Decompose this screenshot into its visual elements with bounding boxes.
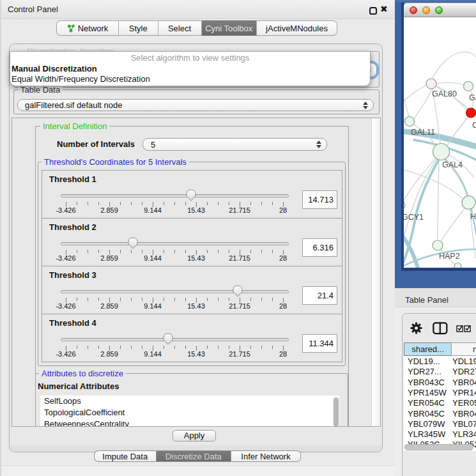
apply-button[interactable]: Apply (173, 430, 216, 441)
threshold-value-field[interactable]: 11.344 (302, 334, 337, 353)
slider-scale-label: -3.426 (50, 254, 82, 262)
slider-scale-label: 28 (267, 302, 299, 310)
window-bottom-area (1, 466, 396, 476)
bottom-tab-discretize-data[interactable]: Discretize Data (157, 450, 232, 462)
attributes-list-scrollbar[interactable] (334, 397, 339, 427)
slider-tick (272, 298, 273, 301)
slider-thumb[interactable] (186, 189, 196, 201)
column-header-shared-name[interactable]: shared... (404, 342, 452, 356)
table-hscrollbar-thumb[interactable] (404, 444, 473, 450)
network-edge[interactable] (404, 84, 427, 112)
network-node-gcy1[interactable] (404, 201, 405, 210)
algorithm-dropdown-popup: Select algorithm to view settingsManual … (10, 51, 371, 86)
slider-tick (77, 250, 77, 253)
close-icon[interactable]: ✖ (380, 4, 388, 14)
network-node-ga[interactable] (464, 82, 473, 91)
checkbox-checked-icon[interactable] (456, 325, 464, 332)
dropdown-item[interactable]: Manual Discretization (10, 64, 370, 75)
slider-tick (77, 202, 77, 205)
tab-style[interactable]: Style (119, 20, 158, 36)
slider-tick (250, 346, 251, 349)
number-of-intervals-combobox[interactable]: 5 (142, 138, 327, 151)
interval-definition-group-title: Interval Definition (40, 121, 109, 131)
network-node-hap2[interactable] (433, 240, 443, 250)
attribute-list-item[interactable]: TopologicalCoefficient (40, 407, 339, 418)
thresholds-group-title: Threshold's Coordinates for 5 Intervals (42, 157, 189, 167)
network-node-gal11[interactable] (405, 117, 415, 127)
table-data-combobox-value: galFiltered.sif default node (18, 100, 122, 110)
close-traffic-light[interactable] (410, 6, 417, 14)
network-edge[interactable] (436, 82, 464, 85)
network-edge[interactable] (414, 89, 432, 119)
minimize-traffic-light[interactable] (422, 6, 430, 14)
network-edge[interactable] (441, 208, 465, 241)
cell-name: YBR043C (452, 377, 476, 388)
network-node-c[interactable] (466, 108, 476, 118)
tab-network[interactable]: Network (56, 20, 119, 36)
tab-jactivemnodules[interactable]: jActiveMNodules (257, 20, 337, 36)
attribute-list-item[interactable]: SelfLoops (40, 395, 339, 407)
slider-tick (174, 250, 175, 253)
slider-track[interactable] (61, 194, 289, 197)
slider-scale-label: 2.859 (93, 302, 125, 310)
network-edge[interactable] (438, 160, 439, 240)
slider-tick (131, 250, 132, 253)
slider-tick (120, 346, 121, 349)
slider-thumb[interactable] (233, 285, 243, 297)
tab-cyni-toolbox[interactable]: Cyni Toolbox (202, 20, 257, 36)
table-row[interactable]: YBL079WYBL079W (404, 418, 476, 429)
slider-scale-label: 28 (267, 254, 299, 262)
bottom-tab-infer-network[interactable]: Infer Network (231, 450, 301, 462)
slider-tick (250, 298, 251, 301)
bottom-tab-impute-data[interactable]: Impute Data (94, 450, 157, 462)
network-edge[interactable] (404, 75, 409, 116)
tab-select[interactable]: Select (158, 20, 202, 36)
network-edge[interactable] (432, 52, 476, 79)
threshold-box-4: Threshold 4-3.4262.8599.14415.4321.71528… (42, 314, 342, 362)
slider-tick (272, 346, 273, 349)
numerical-attributes-list[interactable]: SelfLoopsTopologicalCoefficientBetweenne… (40, 395, 339, 427)
tab-label: Cyni Toolbox (205, 24, 252, 33)
float-window-icon[interactable] (369, 7, 377, 15)
network-node-label: GA (469, 93, 476, 102)
zoom-traffic-light[interactable] (435, 6, 443, 14)
table-row[interactable]: YLR345WYLR345W (404, 429, 476, 440)
table-row[interactable]: YDL19...YDL19 (404, 356, 476, 367)
slider-track[interactable] (61, 242, 289, 245)
network-node-label: GAL80 (432, 89, 457, 98)
network-edge[interactable] (404, 111, 404, 119)
table-row[interactable]: YBR045CYBR045C (404, 408, 476, 419)
network-node-gal4[interactable] (433, 144, 450, 160)
network-node[interactable] (454, 263, 461, 268)
table-data-combobox[interactable]: galFiltered.sif default node (17, 99, 374, 111)
slider-track[interactable] (61, 290, 289, 293)
gear-icon[interactable] (410, 322, 422, 334)
network-canvas[interactable]: GAL80GACGAL11GAL4GCY1HHAP2 (404, 17, 476, 268)
table-row[interactable]: YDR27...YDR27 (404, 366, 476, 377)
scrollpane-scrollbar-track[interactable] (371, 118, 381, 426)
table-row[interactable]: YPR145WYPR145W (404, 387, 476, 398)
show-columns-icon[interactable] (433, 322, 448, 335)
attribute-list-item[interactable]: BetweennessCentrality (40, 418, 339, 427)
threshold-value-field[interactable]: 21.4 (302, 286, 337, 305)
slider-thumb[interactable] (128, 237, 138, 249)
network-node-h[interactable] (462, 196, 475, 210)
slider-tick (88, 202, 88, 205)
dropdown-placeholder-item[interactable]: Select algorithm to view settings (10, 53, 370, 64)
slider-track[interactable] (61, 338, 289, 341)
threshold-label: Threshold 3 (49, 270, 96, 280)
threshold-value-field[interactable]: 6.316 (302, 238, 337, 257)
slider-tick (272, 202, 273, 205)
slider-thumb[interactable] (163, 333, 173, 345)
table-row[interactable]: YER054CYER054C (404, 397, 476, 408)
column-header-name[interactable]: n... (451, 342, 476, 356)
checkbox-checked-icon[interactable] (464, 325, 472, 332)
slider-scale-label: 2.859 (93, 254, 125, 262)
network-node-label: GAL4 (442, 160, 463, 169)
network-node-gal80[interactable] (426, 79, 436, 89)
table-row[interactable]: YBR043CYBR043C (404, 377, 476, 388)
dropdown-item[interactable]: Equal Width/Frequency Discretization (10, 74, 370, 85)
slider-scale-label: 9.144 (137, 302, 169, 310)
threshold-value-field[interactable]: 14.713 (302, 190, 337, 209)
threshold-label: Threshold 1 (49, 174, 96, 184)
